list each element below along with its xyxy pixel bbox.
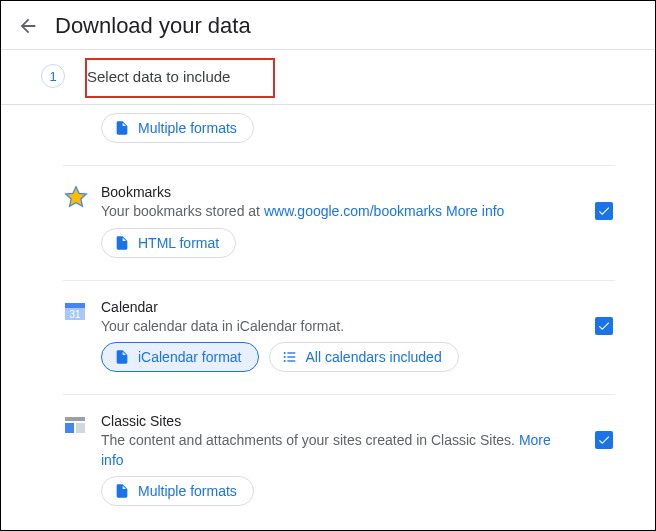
file-icon — [114, 120, 130, 136]
back-button[interactable] — [17, 15, 39, 37]
include-checkbox[interactable] — [595, 202, 613, 220]
svg-point-5 — [283, 356, 285, 358]
svg-rect-11 — [76, 423, 85, 433]
classic-sites-icon — [63, 413, 87, 437]
bookmarks-icon — [63, 184, 87, 208]
page-title: Download your data — [55, 13, 251, 39]
section-desc: The content and attachments of your site… — [101, 431, 567, 470]
step-number: 1 — [41, 64, 65, 88]
svg-rect-9 — [65, 417, 85, 421]
svg-rect-0 — [65, 303, 85, 308]
svg-rect-10 — [65, 423, 74, 433]
calendar-icon: 31 — [63, 299, 87, 323]
svg-rect-6 — [287, 357, 295, 358]
include-checkbox[interactable] — [595, 317, 613, 335]
section-desc: Your bookmarks stored at www.google.com/… — [101, 202, 567, 222]
svg-point-3 — [283, 352, 285, 354]
svg-rect-8 — [287, 361, 295, 362]
scope-pill-label: All calendars included — [306, 349, 442, 365]
svg-point-7 — [283, 360, 285, 362]
format-pill-label: iCalendar format — [138, 349, 242, 365]
format-pill[interactable]: Multiple formats — [101, 113, 254, 143]
format-pill-label: HTML format — [138, 235, 219, 251]
bookmarks-link[interactable]: www.google.com/bookmarks — [264, 203, 442, 219]
format-pill[interactable]: iCalendar format — [101, 342, 259, 372]
scope-pill[interactable]: All calendars included — [269, 342, 459, 372]
file-icon — [114, 235, 130, 251]
list-icon — [282, 349, 298, 365]
file-icon — [114, 483, 130, 499]
svg-text:31: 31 — [69, 309, 81, 320]
file-icon — [114, 349, 130, 365]
format-pill-label: Multiple formats — [138, 120, 237, 136]
section-title: Calendar — [101, 299, 567, 315]
format-pill[interactable]: Multiple formats — [101, 476, 254, 506]
format-pill-label: Multiple formats — [138, 483, 237, 499]
format-pill[interactable]: HTML format — [101, 228, 236, 258]
section-desc: Your calendar data in iCalendar format. — [101, 317, 567, 337]
section-title: Bookmarks — [101, 184, 567, 200]
include-checkbox[interactable] — [595, 431, 613, 449]
section-title: Classic Sites — [101, 413, 567, 429]
step-label: Select data to include — [87, 68, 230, 85]
more-info-link[interactable]: More info — [446, 203, 504, 219]
svg-rect-4 — [287, 353, 295, 354]
